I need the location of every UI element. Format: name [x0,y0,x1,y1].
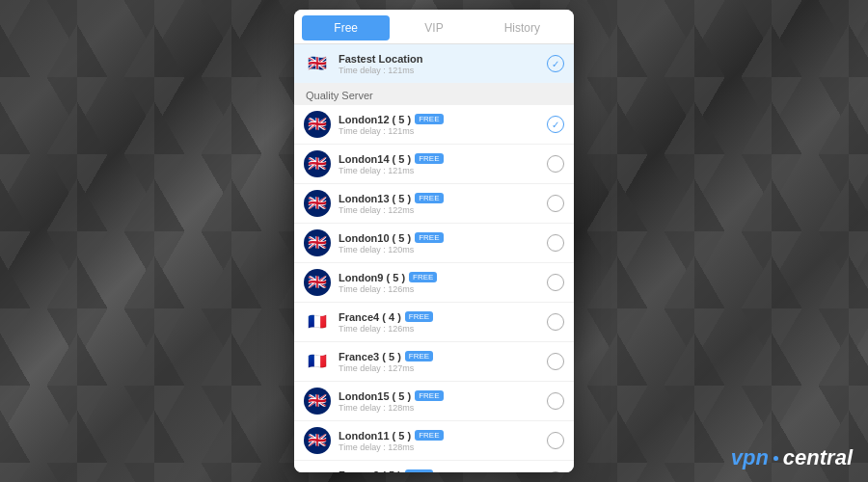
flag-fr-9 [304,467,331,472]
flag-uk-0 [304,111,331,138]
free-badge-8: FREE [415,430,443,441]
vpncentral-watermark: vpn central [731,445,853,470]
fastest-location-item[interactable]: Fastest Location Time delay : 121ms ✓ [294,44,574,84]
server-delay-8: Time delay : 128ms [339,442,547,452]
flag-uk-2 [304,190,331,217]
free-badge-0: FREE [415,114,443,124]
phone-panel: Free VIP History Fastest Location Time d… [294,10,574,472]
server-delay-3: Time delay : 120ms [339,245,547,254]
flag-uk-8 [304,427,331,454]
server-info-7: London15 ( 5 ) FREE Time delay : 128ms [339,390,547,413]
server-info-0: London12 ( 5 ) FREE Time delay : 121ms [339,114,547,136]
server-info-5: France4 ( 4 ) FREE Time delay : 126ms [339,311,547,334]
server-info-8: London11 ( 5 ) FREE Time delay : 128ms [339,430,547,452]
server-info-1: London14 ( 5 ) FREE Time delay : 121ms [339,153,547,175]
server-item[interactable]: London10 ( 5 ) FREE Time delay : 120ms [294,224,574,263]
server-name-8: London11 ( 5 ) FREE [339,430,547,442]
flag-uk-fastest [304,50,331,77]
check-icon-5 [547,313,564,331]
check-icon-0: ✓ [547,116,564,133]
fastest-check: ✓ [547,55,564,72]
server-delay-5: Time delay : 126ms [339,324,547,334]
server-name-0: London12 ( 5 ) FREE [339,114,547,125]
server-delay-2: Time delay : 122ms [339,205,547,215]
check-icon-3 [547,234,564,252]
fastest-info: Fastest Location Time delay : 121ms [339,53,547,75]
server-item[interactable]: London12 ( 5 ) FREE Time delay : 121ms ✓ [294,105,574,145]
check-icon-8 [547,432,564,449]
server-rows-container: London12 ( 5 ) FREE Time delay : 121ms ✓… [294,105,574,472]
free-badge-3: FREE [415,232,443,243]
server-delay-7: Time delay : 128ms [339,403,547,413]
server-name-9: France2 ( 5 ) FREE [339,469,547,473]
fastest-delay: Time delay : 121ms [339,66,547,75]
server-name-5: France4 ( 4 ) FREE [339,311,547,323]
server-name-6: France3 ( 5 ) FREE [339,351,547,362]
watermark-dot [773,456,778,461]
flag-fr-6 [304,348,331,375]
server-name-4: London9 ( 5 ) FREE [339,272,547,283]
check-icon-9 [547,471,564,472]
check-icon-2 [547,195,564,212]
server-item[interactable]: London13 ( 5 ) FREE Time delay : 122ms [294,184,574,224]
server-item[interactable]: London11 ( 5 ) FREE Time delay : 128ms [294,421,574,461]
tab-free[interactable]: Free [302,15,390,40]
free-badge-1: FREE [415,153,443,164]
server-item[interactable]: London14 ( 5 ) FREE Time delay : 121ms [294,145,574,184]
flag-uk-1 [304,150,331,177]
server-info-9: France2 ( 5 ) FREE Time delay : 130ms [339,469,547,473]
server-name-2: London13 ( 5 ) FREE [339,193,547,204]
free-badge-9: FREE [405,469,433,472]
free-badge-2: FREE [415,193,443,203]
tab-bar: Free VIP History [294,10,574,44]
server-info-6: France3 ( 5 ) FREE Time delay : 127ms [339,351,547,373]
server-item[interactable]: London15 ( 5 ) FREE Time delay : 128ms [294,382,574,421]
server-info-3: London10 ( 5 ) FREE Time delay : 120ms [339,232,547,254]
flag-uk-3 [304,229,331,256]
server-name-7: London15 ( 5 ) FREE [339,390,547,402]
server-item[interactable]: France4 ( 4 ) FREE Time delay : 126ms [294,303,574,342]
server-name-1: London14 ( 5 ) FREE [339,153,547,165]
check-icon-7 [547,392,564,410]
tab-history[interactable]: History [478,15,566,43]
fastest-name: Fastest Location [339,53,547,65]
server-delay-0: Time delay : 121ms [339,126,547,136]
watermark-central: central [783,445,853,470]
free-badge-7: FREE [415,390,443,401]
server-delay-4: Time delay : 126ms [339,284,547,294]
watermark-vpn: vpn [731,445,769,470]
check-icon-4 [547,274,564,291]
tab-vip[interactable]: VIP [390,15,477,43]
server-name-3: London10 ( 5 ) FREE [339,232,547,244]
section-quality-server: Quality Server [294,84,574,105]
server-item[interactable]: London9 ( 5 ) FREE Time delay : 126ms [294,263,574,303]
free-badge-5: FREE [405,311,433,322]
free-badge-6: FREE [405,351,433,362]
server-list: Fastest Location Time delay : 121ms ✓ Qu… [294,44,574,472]
check-icon-6 [547,353,564,370]
flag-fr-5 [304,308,331,335]
free-badge-4: FREE [409,272,437,282]
check-icon-1 [547,155,564,173]
server-item[interactable]: France3 ( 5 ) FREE Time delay : 127ms [294,342,574,382]
server-info-4: London9 ( 5 ) FREE Time delay : 126ms [339,272,547,294]
server-item[interactable]: France2 ( 5 ) FREE Time delay : 130ms [294,461,574,472]
server-delay-6: Time delay : 127ms [339,363,547,373]
server-info-2: London13 ( 5 ) FREE Time delay : 122ms [339,193,547,215]
flag-uk-7 [304,388,331,415]
flag-uk-4 [304,269,331,296]
server-delay-1: Time delay : 121ms [339,166,547,175]
